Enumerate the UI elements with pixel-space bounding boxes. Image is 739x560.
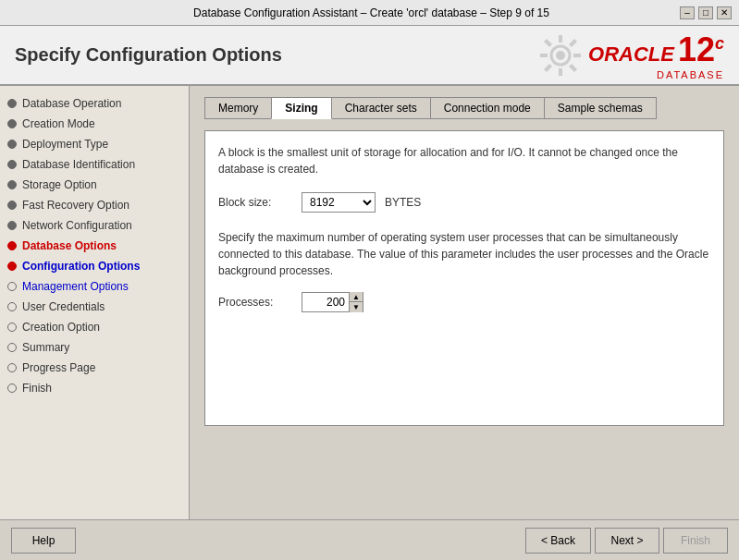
sidebar-item-progress-page[interactable]: Progress Page [0,358,189,378]
sidebar-item-database-identification[interactable]: Database Identification [0,154,189,175]
footer: Help < Back Next > Finish [0,519,739,560]
processes-input[interactable] [302,293,349,311]
maximize-button[interactable]: □ [698,6,713,19]
step-dot-summary [7,343,17,352]
spinner-buttons: ▲ ▼ [349,292,363,312]
tab-character-sets[interactable]: Character sets [331,97,431,119]
step-dot-config-options [7,262,17,271]
sidebar-item-database-options[interactable]: Database Options [0,236,189,256]
svg-line-7 [571,65,576,70]
title-bar-text: Database Configuration Assistant – Creat… [63,6,680,19]
block-size-unit: BYTES [385,196,421,209]
processes-spinner: ▲ ▼ [302,292,363,312]
sidebar-item-management-options[interactable]: Management Options [0,276,189,297]
svg-line-9 [546,65,551,70]
main-container: Database Operation Creation Mode Deploym… [0,86,739,519]
block-size-description: A block is the smallest unit of storage … [218,144,710,177]
tab-content-sizing: A block is the smallest unit of storage … [204,130,724,426]
sidebar-item-database-operation[interactable]: Database Operation [0,93,189,114]
svg-line-6 [546,40,551,45]
tab-sample-schemas[interactable]: Sample schemas [544,97,657,119]
step-dot-mgmt [7,282,17,291]
step-dot-network [7,221,17,230]
block-size-select[interactable]: 8192 2048 4096 16384 32768 [302,192,376,213]
oracle-db-label: DATABASE [657,69,724,80]
sidebar-item-network-configuration[interactable]: Network Configuration [0,215,189,236]
step-dot-recovery [7,201,17,210]
sidebar-item-summary[interactable]: Summary [0,337,189,358]
gear-icon [536,31,585,79]
step-dot-finish [7,383,17,393]
svg-line-8 [571,40,576,45]
processes-row: Processes: ▲ ▼ [218,292,710,312]
next-button[interactable]: Next > [595,528,659,554]
help-button[interactable]: Help [11,528,76,554]
block-size-label: Block size: [218,196,292,209]
spinner-down-button[interactable]: ▼ [350,302,363,312]
processes-description: Specify the maximum number of operating … [218,229,710,279]
tab-memory[interactable]: Memory [204,97,272,119]
tab-sizing[interactable]: Sizing [271,97,331,119]
sidebar-item-fast-recovery[interactable]: Fast Recovery Option [0,195,189,215]
footer-left: Help [11,528,76,554]
oracle-brand-name: ORACLE [588,43,674,67]
footer-right: < Back Next > Finish [525,528,728,554]
step-dot-db-id [7,160,17,169]
oracle-version: 12c [678,30,724,69]
step-dot-deployment-type [7,140,17,149]
oracle-logo: ORACLE 12c DATABASE [536,30,724,80]
title-bar-buttons: – □ ✕ [680,6,732,19]
title-bar: Database Configuration Assistant – Creat… [0,0,739,26]
tab-connection-mode[interactable]: Connection mode [430,97,545,119]
step-dot-storage [7,180,17,189]
step-dot-database-operation [7,99,17,108]
step-dot-progress [7,363,17,372]
finish-button[interactable]: Finish [663,528,728,554]
sidebar-item-deployment-type[interactable]: Deployment Type [0,134,189,154]
block-size-row: Block size: 8192 2048 4096 16384 32768 B… [218,192,710,213]
sidebar-item-creation-mode[interactable]: Creation Mode [0,114,189,134]
sidebar-item-finish[interactable]: Finish [0,378,189,398]
header: Specify Configuration Options ORACLE 12c [0,26,739,86]
content-area: Memory Sizing Character sets Connection … [190,86,739,519]
back-button[interactable]: < Back [525,528,591,554]
processes-label: Processes: [218,296,292,309]
sidebar: Database Operation Creation Mode Deploym… [0,86,190,519]
step-dot-creation-mode [7,119,17,128]
svg-point-1 [556,51,565,60]
spinner-up-button[interactable]: ▲ [350,292,363,302]
sidebar-item-user-credentials[interactable]: User Credentials [0,297,189,317]
step-dot-creation-option [7,323,17,332]
page-title: Specify Configuration Options [15,44,282,66]
sidebar-item-configuration-options[interactable]: Configuration Options [0,256,189,276]
sidebar-item-creation-option[interactable]: Creation Option [0,317,189,337]
oracle-brand: ORACLE 12c DATABASE [588,30,724,80]
step-dot-db-options [7,241,17,250]
tab-bar: Memory Sizing Character sets Connection … [204,97,724,119]
sidebar-item-storage-option[interactable]: Storage Option [0,175,189,195]
minimize-button[interactable]: – [680,6,695,19]
step-dot-user-creds [7,302,17,311]
close-button[interactable]: ✕ [717,6,732,19]
